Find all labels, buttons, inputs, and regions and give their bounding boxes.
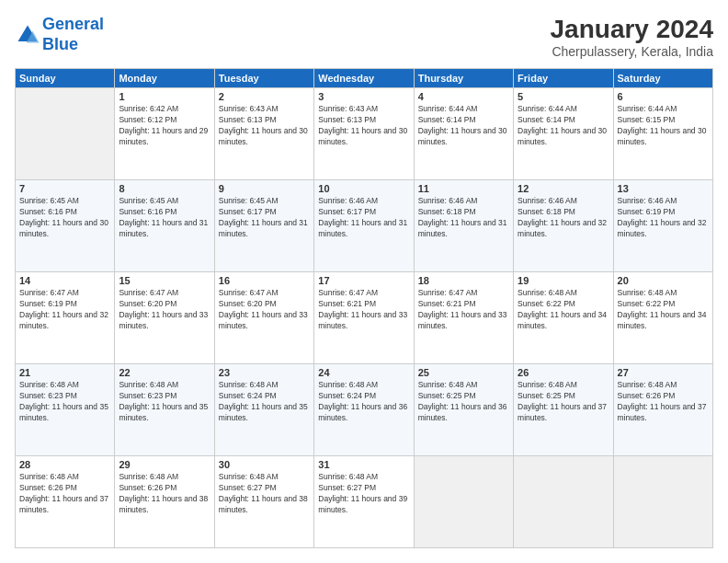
calendar-cell: 9Sunrise: 6:45 AMSunset: 6:17 PMDaylight… <box>214 180 313 272</box>
calendar-cell: 3Sunrise: 6:43 AMSunset: 6:13 PMDaylight… <box>314 88 414 180</box>
calendar-cell: 2Sunrise: 6:43 AMSunset: 6:13 PMDaylight… <box>214 88 313 180</box>
calendar-cell: 10Sunrise: 6:46 AMSunset: 6:17 PMDayligh… <box>314 180 414 272</box>
day-info: Sunrise: 6:47 AMSunset: 6:21 PMDaylight:… <box>318 288 409 332</box>
calendar-cell: 4Sunrise: 6:44 AMSunset: 6:14 PMDaylight… <box>414 88 513 180</box>
calendar-cell: 23Sunrise: 6:48 AMSunset: 6:24 PMDayligh… <box>214 364 313 456</box>
day-info: Sunrise: 6:43 AMSunset: 6:13 PMDaylight:… <box>318 104 409 148</box>
header: General Blue January 2024 Cherpulassery,… <box>15 15 713 59</box>
day-info: Sunrise: 6:44 AMSunset: 6:14 PMDaylight:… <box>418 104 509 148</box>
calendar-cell: 14Sunrise: 6:47 AMSunset: 6:19 PMDayligh… <box>16 272 115 364</box>
week-row-1: 1Sunrise: 6:42 AMSunset: 6:12 PMDaylight… <box>16 88 713 180</box>
calendar-cell: 30Sunrise: 6:48 AMSunset: 6:27 PMDayligh… <box>214 456 313 548</box>
day-number: 7 <box>19 183 110 194</box>
day-info: Sunrise: 6:48 AMSunset: 6:27 PMDaylight:… <box>219 472 310 516</box>
weekday-header-wednesday: Wednesday <box>314 69 414 88</box>
calendar-cell: 24Sunrise: 6:48 AMSunset: 6:24 PMDayligh… <box>314 364 414 456</box>
day-info: Sunrise: 6:46 AMSunset: 6:17 PMDaylight:… <box>318 196 409 240</box>
calendar-cell: 19Sunrise: 6:48 AMSunset: 6:22 PMDayligh… <box>514 272 613 364</box>
day-info: Sunrise: 6:46 AMSunset: 6:19 PMDaylight:… <box>618 196 709 240</box>
logo: General Blue <box>15 15 104 54</box>
calendar-cell: 22Sunrise: 6:48 AMSunset: 6:23 PMDayligh… <box>115 364 214 456</box>
day-info: Sunrise: 6:48 AMSunset: 6:26 PMDaylight:… <box>119 472 210 516</box>
day-number: 3 <box>318 91 409 102</box>
day-number: 15 <box>119 275 210 286</box>
day-number: 29 <box>119 459 210 470</box>
weekday-header-row: SundayMondayTuesdayWednesdayThursdayFrid… <box>16 69 713 88</box>
day-info: Sunrise: 6:48 AMSunset: 6:25 PMDaylight:… <box>518 380 609 424</box>
day-number: 27 <box>618 367 709 378</box>
day-info: Sunrise: 6:47 AMSunset: 6:20 PMDaylight:… <box>219 288 310 332</box>
day-info: Sunrise: 6:45 AMSunset: 6:16 PMDaylight:… <box>119 196 210 240</box>
calendar-cell: 25Sunrise: 6:48 AMSunset: 6:25 PMDayligh… <box>414 364 513 456</box>
day-info: Sunrise: 6:46 AMSunset: 6:18 PMDaylight:… <box>418 196 509 240</box>
day-number: 16 <box>219 275 310 286</box>
location: Cherpulassery, Kerala, India <box>551 44 713 59</box>
day-number: 8 <box>119 183 210 194</box>
day-number: 23 <box>219 367 310 378</box>
day-number: 10 <box>318 183 409 194</box>
day-info: Sunrise: 6:48 AMSunset: 6:22 PMDaylight:… <box>518 288 609 332</box>
day-number: 2 <box>219 91 310 102</box>
day-number: 31 <box>318 459 409 470</box>
calendar-cell: 15Sunrise: 6:47 AMSunset: 6:20 PMDayligh… <box>115 272 214 364</box>
day-number: 11 <box>418 183 509 194</box>
weekday-header-monday: Monday <box>115 69 214 88</box>
day-info: Sunrise: 6:48 AMSunset: 6:25 PMDaylight:… <box>418 380 509 424</box>
calendar-cell: 17Sunrise: 6:47 AMSunset: 6:21 PMDayligh… <box>314 272 414 364</box>
month-year: January 2024 <box>551 15 713 44</box>
calendar-cell: 27Sunrise: 6:48 AMSunset: 6:26 PMDayligh… <box>613 364 712 456</box>
week-row-2: 7Sunrise: 6:45 AMSunset: 6:16 PMDaylight… <box>16 180 713 272</box>
day-number: 20 <box>618 275 709 286</box>
calendar-cell: 1Sunrise: 6:42 AMSunset: 6:12 PMDaylight… <box>115 88 214 180</box>
day-info: Sunrise: 6:48 AMSunset: 6:22 PMDaylight:… <box>618 288 709 332</box>
calendar-cell <box>414 456 513 548</box>
day-number: 18 <box>418 275 509 286</box>
day-info: Sunrise: 6:44 AMSunset: 6:14 PMDaylight:… <box>518 104 609 148</box>
day-number: 19 <box>518 275 609 286</box>
logo-icon <box>15 22 40 48</box>
day-info: Sunrise: 6:48 AMSunset: 6:24 PMDaylight:… <box>318 380 409 424</box>
day-number: 22 <box>119 367 210 378</box>
day-info: Sunrise: 6:48 AMSunset: 6:27 PMDaylight:… <box>318 472 409 516</box>
calendar-cell: 29Sunrise: 6:48 AMSunset: 6:26 PMDayligh… <box>115 456 214 548</box>
day-info: Sunrise: 6:47 AMSunset: 6:19 PMDaylight:… <box>19 288 110 332</box>
day-info: Sunrise: 6:42 AMSunset: 6:12 PMDaylight:… <box>119 104 210 148</box>
day-number: 17 <box>318 275 409 286</box>
calendar-cell <box>613 456 712 548</box>
day-info: Sunrise: 6:48 AMSunset: 6:23 PMDaylight:… <box>119 380 210 424</box>
weekday-header-saturday: Saturday <box>613 69 712 88</box>
calendar-table: SundayMondayTuesdayWednesdayThursdayFrid… <box>15 68 713 548</box>
calendar-cell: 31Sunrise: 6:48 AMSunset: 6:27 PMDayligh… <box>314 456 414 548</box>
calendar-cell: 18Sunrise: 6:47 AMSunset: 6:21 PMDayligh… <box>414 272 513 364</box>
day-info: Sunrise: 6:48 AMSunset: 6:23 PMDaylight:… <box>19 380 110 424</box>
weekday-header-friday: Friday <box>514 69 613 88</box>
logo-line1: General <box>42 15 104 33</box>
day-number: 24 <box>318 367 409 378</box>
day-info: Sunrise: 6:45 AMSunset: 6:16 PMDaylight:… <box>19 196 110 240</box>
calendar-cell: 16Sunrise: 6:47 AMSunset: 6:20 PMDayligh… <box>214 272 313 364</box>
day-info: Sunrise: 6:48 AMSunset: 6:26 PMDaylight:… <box>19 472 110 516</box>
calendar-cell: 28Sunrise: 6:48 AMSunset: 6:26 PMDayligh… <box>16 456 115 548</box>
day-info: Sunrise: 6:48 AMSunset: 6:24 PMDaylight:… <box>219 380 310 424</box>
day-number: 1 <box>119 91 210 102</box>
day-number: 13 <box>618 183 709 194</box>
weekday-header-sunday: Sunday <box>16 69 115 88</box>
day-number: 4 <box>418 91 509 102</box>
calendar-cell: 13Sunrise: 6:46 AMSunset: 6:19 PMDayligh… <box>613 180 712 272</box>
calendar-cell: 5Sunrise: 6:44 AMSunset: 6:14 PMDaylight… <box>514 88 613 180</box>
day-info: Sunrise: 6:45 AMSunset: 6:17 PMDaylight:… <box>219 196 310 240</box>
week-row-3: 14Sunrise: 6:47 AMSunset: 6:19 PMDayligh… <box>16 272 713 364</box>
calendar-cell: 21Sunrise: 6:48 AMSunset: 6:23 PMDayligh… <box>16 364 115 456</box>
day-info: Sunrise: 6:44 AMSunset: 6:15 PMDaylight:… <box>618 104 709 148</box>
day-info: Sunrise: 6:43 AMSunset: 6:13 PMDaylight:… <box>219 104 310 148</box>
title-block: January 2024 Cherpulassery, Kerala, Indi… <box>551 15 713 59</box>
day-number: 6 <box>618 91 709 102</box>
day-number: 14 <box>19 275 110 286</box>
day-number: 30 <box>219 459 310 470</box>
day-info: Sunrise: 6:47 AMSunset: 6:21 PMDaylight:… <box>418 288 509 332</box>
day-number: 9 <box>219 183 310 194</box>
calendar-cell: 8Sunrise: 6:45 AMSunset: 6:16 PMDaylight… <box>115 180 214 272</box>
day-number: 5 <box>518 91 609 102</box>
day-number: 28 <box>19 459 110 470</box>
calendar-cell <box>16 88 115 180</box>
